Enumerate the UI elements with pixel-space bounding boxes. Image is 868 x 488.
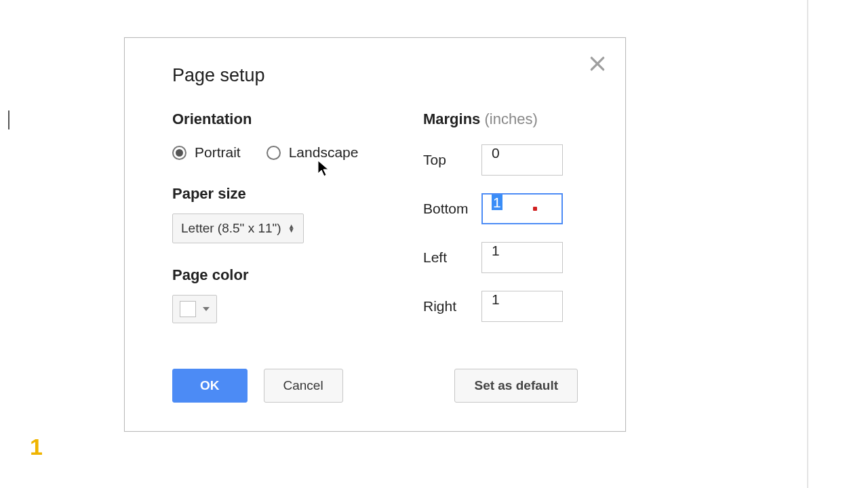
ok-button[interactable]: OK bbox=[172, 369, 248, 403]
margin-bottom-input[interactable]: 1 bbox=[481, 193, 563, 224]
margin-top-label: Top bbox=[423, 152, 481, 168]
document-caret bbox=[8, 110, 12, 129]
color-swatch bbox=[180, 301, 196, 317]
margin-bottom-label: Bottom bbox=[423, 201, 481, 217]
radio-icon bbox=[267, 146, 281, 160]
cancel-button[interactable]: Cancel bbox=[264, 369, 343, 403]
page-color-picker[interactable] bbox=[172, 295, 217, 323]
radio-label: Landscape bbox=[289, 144, 359, 161]
page-setup-dialog: Page setup Orientation Portrait Landscap… bbox=[124, 37, 626, 432]
set-default-button[interactable]: Set as default bbox=[454, 369, 578, 403]
chevron-down-icon bbox=[203, 307, 210, 311]
red-marker-icon bbox=[533, 207, 537, 211]
page-color-label: Page color bbox=[172, 266, 396, 284]
margin-left-input[interactable]: 1 bbox=[481, 242, 563, 273]
vertical-separator bbox=[807, 0, 808, 488]
radio-icon bbox=[172, 146, 186, 160]
radio-label: Portrait bbox=[195, 144, 241, 161]
orientation-portrait-radio[interactable]: Portrait bbox=[172, 144, 241, 161]
paper-size-label: Paper size bbox=[172, 185, 396, 203]
close-icon[interactable] bbox=[589, 55, 606, 73]
orientation-landscape-radio[interactable]: Landscape bbox=[267, 144, 359, 161]
paper-size-value: Letter (8.5" x 11") bbox=[181, 221, 281, 236]
margins-label: Margins (inches) bbox=[423, 110, 578, 128]
dialog-title: Page setup bbox=[172, 65, 578, 86]
margin-right-input[interactable]: 1 bbox=[481, 291, 563, 322]
margin-right-label: Right bbox=[423, 298, 481, 314]
margin-left-label: Left bbox=[423, 249, 481, 266]
corner-number: 1 bbox=[30, 434, 43, 460]
paper-size-select[interactable]: Letter (8.5" x 11") ▲▼ bbox=[172, 214, 304, 243]
margin-top-input[interactable]: 0 bbox=[481, 144, 563, 176]
orientation-label: Orientation bbox=[172, 110, 396, 128]
stepper-icon: ▲▼ bbox=[288, 224, 295, 232]
